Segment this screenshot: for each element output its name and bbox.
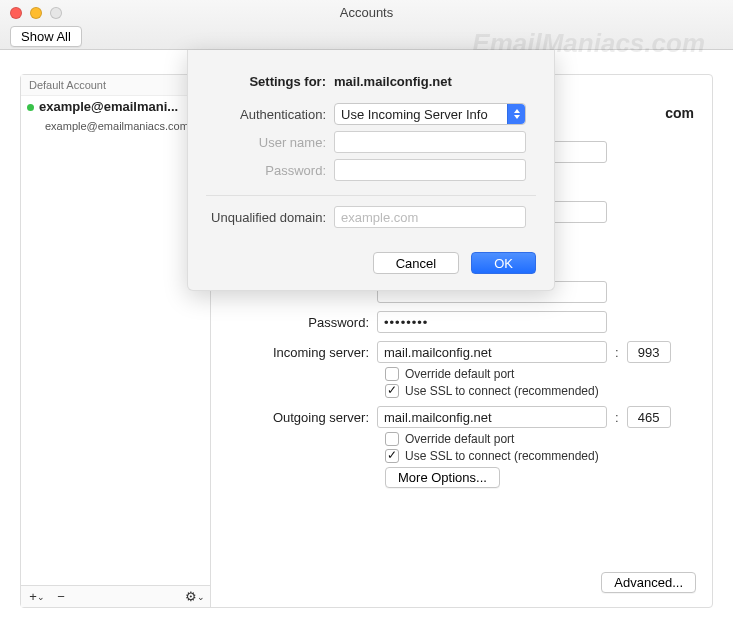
close-icon[interactable]: [10, 7, 22, 19]
accounts-sidebar: Default Account example@emailmani... exa…: [21, 75, 211, 607]
chevron-down-icon: ⌄: [197, 592, 205, 602]
status-dot-icon: [27, 104, 34, 111]
chevron-down-icon: ⌄: [37, 592, 45, 602]
outgoing-port-field[interactable]: 465: [627, 406, 671, 428]
smtp-password-field[interactable]: [334, 159, 526, 181]
gear-icon: ⚙︎: [185, 589, 197, 604]
window-title: Accounts: [0, 0, 733, 20]
traffic-lights: [10, 7, 62, 19]
outgoing-override-port-checkbox[interactable]: [385, 432, 399, 446]
outgoing-ssl-checkbox[interactable]: [385, 449, 399, 463]
incoming-override-port-checkbox[interactable]: [385, 367, 399, 381]
incoming-ssl-checkbox[interactable]: [385, 384, 399, 398]
outgoing-ssl-label: Use SSL to connect (recommended): [405, 449, 599, 463]
advanced-button[interactable]: Advanced...: [601, 572, 696, 593]
account-email: example@emailmaniacs.com: [21, 117, 210, 135]
chevron-updown-icon: [507, 104, 525, 124]
authentication-value: Use Incoming Server Info: [341, 107, 488, 122]
password-field[interactable]: ••••••••: [377, 311, 607, 333]
sidebar-header: Default Account: [21, 75, 210, 96]
remove-account-button[interactable]: −: [51, 589, 71, 605]
incoming-ssl-label: Use SSL to connect (recommended): [405, 384, 599, 398]
settings-for-label: Settings for:: [206, 74, 334, 89]
username-label: User name:: [206, 135, 334, 150]
plus-icon: +: [29, 589, 37, 604]
account-name: example@emailmani...: [39, 99, 178, 114]
outgoing-server-field[interactable]: mail.mailconfig.net: [377, 406, 607, 428]
authentication-label: Authentication:: [206, 107, 334, 122]
sidebar-footer: +⌄ − ⚙︎⌄: [21, 585, 210, 607]
ok-button[interactable]: OK: [471, 252, 536, 274]
incoming-port-field[interactable]: 993: [627, 341, 671, 363]
add-account-button[interactable]: +⌄: [27, 589, 47, 605]
smtp-password-label: Password:: [206, 163, 334, 178]
outgoing-override-port-label: Override default port: [405, 432, 514, 446]
show-all-button[interactable]: Show All: [10, 26, 82, 47]
authentication-select[interactable]: Use Incoming Server Info: [334, 103, 526, 125]
smtp-settings-sheet: Settings for: mail.mailconfig.net Authen…: [187, 50, 555, 291]
password-label: Password:: [225, 315, 377, 330]
titlebar: Accounts Show All: [0, 0, 733, 50]
zoom-icon[interactable]: [50, 7, 62, 19]
port-separator: :: [607, 410, 627, 425]
unqualified-domain-field[interactable]: [334, 206, 526, 228]
unqualified-domain-label: Unqualified domain:: [206, 210, 334, 225]
incoming-override-port-label: Override default port: [405, 367, 514, 381]
account-title-peek: com: [665, 105, 694, 121]
incoming-server-field[interactable]: mail.mailconfig.net: [377, 341, 607, 363]
account-row[interactable]: example@emailmani...: [21, 96, 210, 117]
more-options-button[interactable]: More Options...: [385, 467, 500, 488]
port-separator: :: [607, 345, 627, 360]
action-menu-button[interactable]: ⚙︎⌄: [184, 589, 204, 605]
minimize-icon[interactable]: [30, 7, 42, 19]
cancel-button[interactable]: Cancel: [373, 252, 459, 274]
settings-for-value: mail.mailconfig.net: [334, 74, 452, 89]
incoming-server-label: Incoming server:: [225, 345, 377, 360]
outgoing-server-label: Outgoing server:: [225, 410, 377, 425]
username-field[interactable]: [334, 131, 526, 153]
